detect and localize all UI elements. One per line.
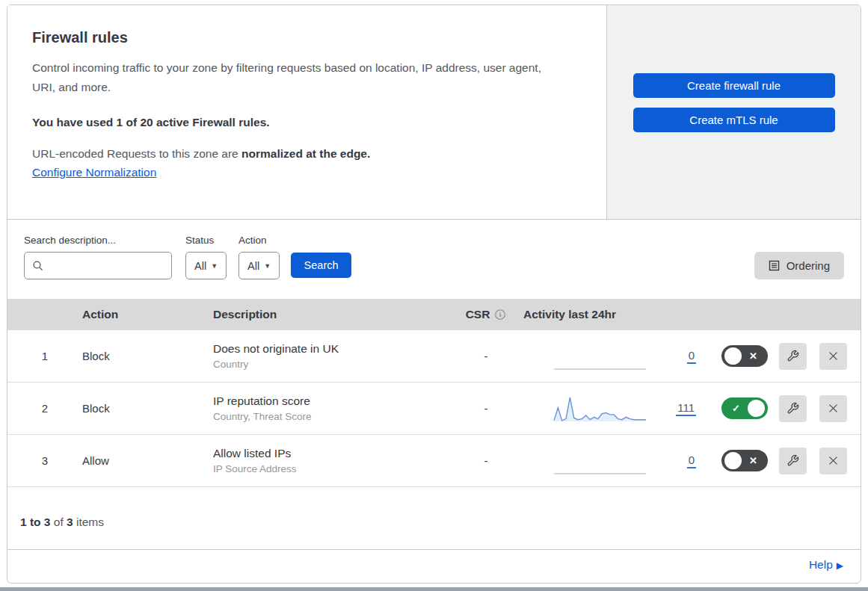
close-icon bbox=[827, 454, 840, 467]
rule-csr: - bbox=[449, 402, 523, 415]
status-dropdown-value: All bbox=[194, 260, 206, 272]
toggle-knob bbox=[724, 347, 742, 365]
rule-csr: - bbox=[449, 454, 523, 467]
rule-controls: ✓✕ bbox=[707, 395, 861, 422]
action-dropdown-value: All bbox=[247, 260, 259, 272]
items-total: 3 bbox=[67, 516, 73, 528]
arrow-right-icon: ▶ bbox=[837, 560, 843, 571]
header-action: Action bbox=[82, 308, 213, 321]
status-label: Status bbox=[185, 235, 227, 246]
firewall-rules-card: Firewall rules Control incoming traffic … bbox=[7, 4, 861, 584]
header-csr-label: CSR bbox=[466, 308, 490, 321]
edit-rule-button[interactable] bbox=[779, 395, 807, 422]
wrench-icon bbox=[787, 454, 799, 467]
rule-action: Allow bbox=[82, 454, 213, 467]
rule-priority: 3 bbox=[7, 454, 82, 467]
wrench-icon bbox=[787, 402, 799, 415]
activity-sparkline bbox=[553, 393, 647, 424]
page-title: Firewall rules bbox=[32, 29, 579, 46]
rule-description: Does not originate in UK bbox=[213, 342, 449, 356]
items-range: 1 to 3 bbox=[20, 516, 50, 528]
svg-text:i: i bbox=[499, 311, 502, 318]
rule-controls: ✓✕ bbox=[707, 343, 861, 370]
create-firewall-rule-button[interactable]: Create firewall rule bbox=[633, 73, 835, 98]
usage-summary: You have used 1 of 20 active Firewall ru… bbox=[32, 116, 579, 129]
rule-controls: ✓✕ bbox=[707, 448, 861, 474]
rule-description-cell: Allow listed IPs IP Source Address bbox=[213, 447, 449, 474]
activity-count-link[interactable]: 0 bbox=[687, 454, 696, 468]
create-mtls-rule-button[interactable]: Create mTLS rule bbox=[633, 108, 835, 132]
page-bottom-edge bbox=[0, 587, 868, 591]
pagination-summary: 1 to 3 of 3 items bbox=[7, 487, 861, 541]
rule-action: Block bbox=[82, 350, 213, 362]
edit-rule-button[interactable] bbox=[779, 448, 807, 474]
rule-enabled-toggle[interactable]: ✓✕ bbox=[721, 397, 768, 419]
header-activity: Activity last 24hr bbox=[523, 308, 707, 321]
status-filter-group: Status All ▼ bbox=[185, 235, 227, 279]
chevron-down-icon: ▼ bbox=[264, 262, 271, 270]
check-icon: ✓ bbox=[724, 403, 748, 413]
x-icon: ✕ bbox=[742, 351, 765, 361]
rule-activity-cell: 111 bbox=[523, 393, 707, 424]
activity-sparkline bbox=[553, 445, 647, 477]
normalization-note: URL-encoded Requests to this zone are no… bbox=[32, 147, 579, 161]
action-dropdown[interactable]: All ▼ bbox=[238, 252, 280, 279]
edit-rule-button[interactable] bbox=[779, 343, 807, 370]
delete-rule-button[interactable] bbox=[819, 448, 847, 474]
intro-text-panel: Firewall rules Control incoming traffic … bbox=[7, 5, 606, 219]
rule-action: Block bbox=[82, 402, 213, 415]
items-of: of bbox=[54, 516, 64, 528]
header-description: Description bbox=[213, 308, 449, 321]
normalization-text: URL-encoded Requests to this zone are bbox=[32, 147, 241, 160]
search-button[interactable]: Search bbox=[291, 253, 351, 278]
table-row: 2 Block IP reputation score Country, Thr… bbox=[7, 383, 861, 435]
items-word: items bbox=[76, 516, 104, 528]
rule-activity-cell: 0 bbox=[523, 445, 707, 477]
help-label: Help bbox=[809, 558, 833, 571]
filter-bar: Search description... Status All ▼ Actio… bbox=[7, 220, 861, 299]
toggle-knob bbox=[724, 452, 742, 469]
help-row: Help▶ bbox=[7, 549, 861, 583]
rule-description-cell: IP reputation score Country, Threat Scor… bbox=[213, 394, 449, 422]
rule-fields: Country, Threat Score bbox=[213, 411, 449, 422]
action-filter-group: Action All ▼ bbox=[238, 235, 280, 279]
ordering-button-label: Ordering bbox=[787, 259, 830, 272]
activity-sparkline bbox=[553, 341, 647, 372]
configure-normalization-link[interactable]: Configure Normalization bbox=[32, 166, 156, 179]
rule-csr: - bbox=[449, 350, 523, 362]
info-icon[interactable]: i bbox=[494, 309, 506, 321]
search-input[interactable] bbox=[24, 252, 172, 279]
x-icon: ✕ bbox=[742, 456, 765, 465]
delete-rule-button[interactable] bbox=[819, 343, 847, 370]
ordering-list-icon bbox=[769, 260, 780, 271]
rule-priority: 1 bbox=[7, 350, 82, 362]
table-row: 3 Allow Allow listed IPs IP Source Addre… bbox=[7, 435, 861, 487]
ordering-button[interactable]: Ordering bbox=[754, 252, 844, 279]
create-actions-panel: Create firewall rule Create mTLS rule bbox=[606, 5, 861, 219]
close-icon bbox=[827, 402, 840, 415]
rule-description: Allow listed IPs bbox=[213, 447, 449, 460]
toggle-knob bbox=[748, 400, 765, 417]
header-csr: CSR i bbox=[449, 308, 523, 321]
action-label: Action bbox=[238, 235, 280, 246]
search-icon bbox=[32, 260, 44, 272]
rule-priority: 2 bbox=[7, 402, 82, 415]
rule-enabled-toggle[interactable]: ✓✕ bbox=[721, 450, 768, 471]
rule-fields: IP Source Address bbox=[213, 463, 449, 474]
help-link[interactable]: Help▶ bbox=[809, 558, 843, 571]
status-dropdown[interactable]: All ▼ bbox=[185, 252, 227, 279]
rule-fields: Country bbox=[213, 359, 449, 370]
table-header: Action Description CSR i Activity last 2… bbox=[7, 299, 861, 330]
rule-enabled-toggle[interactable]: ✓✕ bbox=[721, 345, 768, 367]
activity-count-link[interactable]: 0 bbox=[687, 349, 696, 364]
delete-rule-button[interactable] bbox=[819, 395, 847, 422]
page-description: Control incoming traffic to your zone by… bbox=[32, 58, 563, 96]
normalization-bold: normalized at the edge. bbox=[241, 147, 370, 160]
close-icon bbox=[827, 350, 840, 362]
rule-description-cell: Does not originate in UK Country bbox=[213, 342, 449, 370]
activity-count-link[interactable]: 111 bbox=[676, 401, 696, 416]
search-label: Search description... bbox=[24, 235, 172, 246]
rule-description: IP reputation score bbox=[213, 394, 449, 408]
wrench-icon bbox=[787, 350, 799, 362]
rule-activity-cell: 0 bbox=[523, 341, 707, 372]
